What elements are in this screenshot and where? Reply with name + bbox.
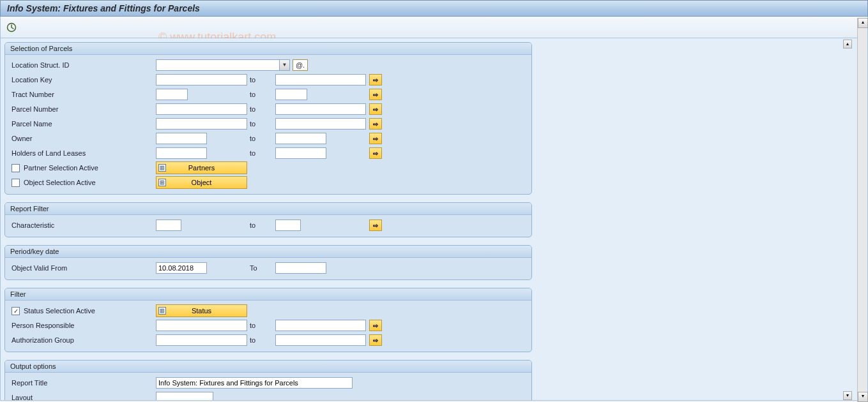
page-title: Info System: Fixtures and Fittings for P… [7, 3, 200, 13]
title-bar: Info System: Fixtures and Fittings for P… [0, 0, 868, 17]
group-header: Filter [5, 288, 531, 301]
to-label: to [247, 91, 275, 98]
arrow-right-icon: ⇨ [373, 222, 378, 229]
tract-number-multiselect-button[interactable]: ⇨ [369, 89, 382, 100]
label-tract-number: Tract Number [9, 91, 156, 98]
layout-input[interactable] [156, 392, 213, 401]
report-title-input[interactable] [156, 377, 353, 389]
group-header: Output options [5, 361, 531, 373]
group-header: Report Filter [5, 203, 531, 215]
label-partner-selection: Partner Selection Active [24, 164, 98, 172]
expand-icon: ⊞ [158, 164, 166, 172]
chevron-down-icon: ▼ [279, 60, 289, 70]
person-responsible-multiselect-button[interactable]: ⇨ [369, 320, 382, 331]
label-parcel-name: Parcel Name [9, 120, 156, 128]
group-header: Period/key date [5, 246, 531, 258]
arrow-right-icon: ⇨ [373, 91, 378, 98]
owner-to-input[interactable] [275, 133, 326, 144]
parcel-name-from-input[interactable] [156, 118, 247, 130]
arrow-right-icon: ⇨ [373, 337, 378, 344]
to-label: to [247, 322, 275, 329]
authorization-group-multiselect-button[interactable]: ⇨ [369, 334, 382, 346]
object-valid-to-input[interactable] [275, 262, 326, 274]
parcel-name-multiselect-button[interactable]: ⇨ [369, 118, 382, 130]
tract-number-to-input[interactable] [275, 89, 307, 100]
label-location-struct: Location Struct. ID [9, 61, 156, 69]
inner-scrollbar[interactable]: ▴ ▾ [843, 38, 852, 400]
location-key-from-input[interactable] [156, 74, 247, 86]
arrow-right-icon: ⇨ [373, 322, 378, 329]
owner-multiselect-button[interactable]: ⇨ [369, 133, 382, 144]
expand-icon: ⊞ [158, 179, 166, 186]
object-valid-from-input[interactable] [156, 262, 207, 274]
scroll-down-icon[interactable]: ▾ [843, 391, 852, 400]
partners-button[interactable]: ⊞Partners [156, 161, 247, 174]
characteristic-to-input[interactable] [275, 220, 301, 231]
scroll-up-icon[interactable]: ▴ [858, 18, 868, 28]
main-area: Selection of Parcels Location Struct. ID… [0, 38, 868, 401]
scroll-down-icon[interactable]: ▾ [858, 392, 868, 402]
location-key-multiselect-button[interactable]: ⇨ [369, 74, 382, 86]
label-object-selection: Object Selection Active [24, 179, 96, 186]
person-responsible-to-input[interactable] [275, 320, 366, 331]
characteristic-from-input[interactable] [156, 220, 181, 231]
object-button[interactable]: ⊞Object [156, 176, 247, 189]
holders-from-input[interactable] [156, 147, 207, 159]
arrow-right-icon: ⇨ [373, 121, 378, 128]
scroll-up-icon[interactable]: ▴ [843, 40, 852, 48]
to-label: to [247, 76, 275, 84]
owner-from-input[interactable] [156, 133, 207, 144]
characteristic-multiselect-button[interactable]: ⇨ [369, 220, 382, 231]
status-button[interactable]: ⊞Status [156, 304, 247, 317]
group-report-filter: Report Filter Characteristic to ⇨ [4, 202, 532, 237]
holders-multiselect-button[interactable]: ⇨ [369, 147, 382, 159]
arrow-right-icon: ⇨ [373, 77, 378, 84]
partner-selection-checkbox[interactable] [11, 164, 20, 172]
execute-icon[interactable] [6, 22, 17, 33]
to-label: to [247, 135, 275, 142]
arrow-right-icon: ⇨ [373, 106, 378, 113]
tract-number-from-input[interactable] [156, 89, 188, 100]
parcel-number-to-input[interactable] [275, 103, 366, 115]
arrow-right-icon: ⇨ [373, 150, 378, 157]
label-owner: Owner [9, 135, 156, 142]
label-authorization-group: Authorization Group [9, 336, 156, 344]
holders-to-input[interactable] [275, 147, 326, 159]
label-parcel-number: Parcel Number [9, 105, 156, 113]
parcel-number-multiselect-button[interactable]: ⇨ [369, 103, 382, 115]
label-location-key: Location Key [9, 76, 156, 84]
parcel-number-from-input[interactable] [156, 103, 247, 115]
location-key-to-input[interactable] [275, 74, 366, 86]
group-filter: Filter ✓ Status Selection Active ⊞Status… [4, 288, 532, 352]
person-responsible-from-input[interactable] [156, 320, 247, 331]
location-struct-combobox[interactable]: ▼ [156, 59, 290, 71]
object-selection-checkbox[interactable] [11, 179, 20, 187]
label-report-title: Report Title [9, 379, 156, 387]
parcel-name-to-input[interactable] [275, 118, 366, 130]
arrow-right-icon: ⇨ [373, 135, 378, 142]
authorization-group-to-input[interactable] [275, 334, 366, 346]
to-label: to [247, 221, 275, 229]
to-label-cap: To [247, 264, 275, 272]
group-output-options: Output options Report Title Layout [4, 360, 532, 401]
group-selection-parcels: Selection of Parcels Location Struct. ID… [4, 42, 532, 195]
group-period-key-date: Period/key date Object Valid From To [4, 245, 532, 280]
to-label: to [247, 105, 275, 113]
group-header: Selection of Parcels [5, 43, 531, 55]
label-status-selection: Status Selection Active [24, 307, 95, 315]
label-layout: Layout [9, 394, 156, 401]
label-characteristic: Characteristic [9, 221, 156, 229]
expand-icon: ⊞ [158, 307, 166, 315]
to-label: to [247, 336, 275, 344]
location-struct-aux-button[interactable]: @. [293, 59, 308, 71]
to-label: to [247, 149, 275, 157]
window-scrollbar[interactable]: ▴ ▾ [857, 18, 867, 402]
toolbar [0, 17, 868, 38]
authorization-group-from-input[interactable] [156, 334, 247, 346]
label-object-valid-from: Object Valid From [9, 264, 156, 272]
to-label: to [247, 120, 275, 128]
label-holders: Holders of Land Leases [9, 149, 156, 157]
label-person-responsible: Person Responsible [9, 322, 156, 329]
status-selection-checkbox[interactable]: ✓ [11, 307, 20, 315]
